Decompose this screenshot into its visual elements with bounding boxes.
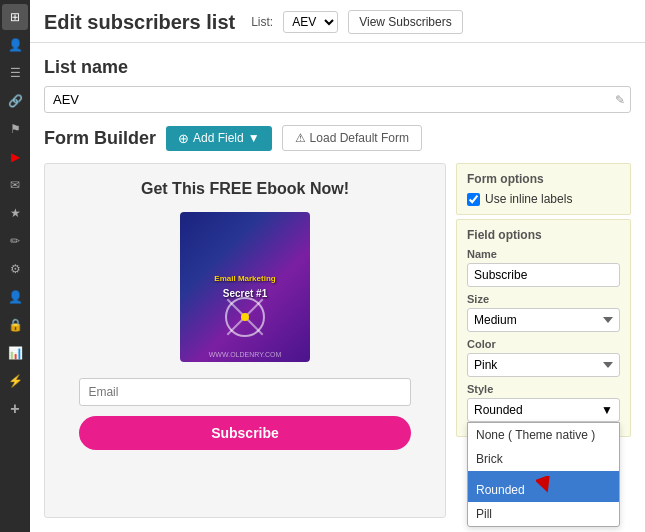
red-arrow-icon — [536, 476, 554, 494]
main-content: Edit subscribers list List: AEV View Sub… — [30, 0, 645, 532]
sidebar-icon-plug[interactable]: ⚡ — [2, 368, 28, 394]
style-option-none[interactable]: None ( Theme native ) — [468, 423, 619, 447]
style-label: Style — [467, 383, 620, 395]
style-dropdown-list: None ( Theme native ) Brick Rounded — [467, 422, 620, 527]
sidebar-icon-users[interactable]: 👤 — [2, 32, 28, 58]
sidebar-icon-flag[interactable]: ⚑ — [2, 116, 28, 142]
sidebar-icon-link[interactable]: 🔗 — [2, 88, 28, 114]
svg-marker-0 — [536, 476, 554, 494]
builder-area: Get This FREE Ebook Now! Email Marketing… — [44, 163, 631, 518]
page-title: Edit subscribers list — [44, 11, 235, 34]
sidebar-icon-edit[interactable]: ✏ — [2, 228, 28, 254]
sidebar-icon-star[interactable]: ★ — [2, 200, 28, 226]
size-label: Size — [467, 293, 620, 305]
style-selected-value: Rounded — [474, 403, 523, 417]
sidebar-icon-youtube[interactable]: ▶ — [2, 144, 28, 170]
sidebar-icon-settings[interactable]: ⚙ — [2, 256, 28, 282]
edit-pencil-icon: ✎ — [615, 93, 625, 107]
book-line1: Email Marketing — [214, 274, 275, 284]
name-label: Name — [467, 248, 620, 260]
form-options-title: Form options — [467, 172, 620, 186]
view-subscribers-button[interactable]: View Subscribers — [348, 10, 462, 34]
sidebar-icon-dashboard[interactable]: ⊞ — [2, 4, 28, 30]
field-options-section: Field options Name Size Small Medium Lar… — [456, 219, 631, 437]
atom-center — [241, 313, 249, 321]
form-preview: Get This FREE Ebook Now! Email Marketing… — [44, 163, 446, 518]
inline-labels-row: Use inline labels — [467, 192, 620, 206]
sidebar-icon-plus[interactable]: + — [2, 396, 28, 422]
list-name-input[interactable] — [44, 86, 631, 113]
book-url: WWW.OLDENRY.COM — [209, 351, 281, 358]
subscribe-preview-button[interactable]: Subscribe — [79, 416, 410, 450]
plus-circle-icon: ⊕ — [178, 131, 189, 146]
list-name-wrapper: ✎ — [44, 86, 631, 113]
content-area: List name ✎ Form Builder ⊕ Add Field ▼ ⚠… — [30, 43, 645, 532]
list-select[interactable]: AEV — [283, 11, 338, 33]
sidebar: ⊞ 👤 ☰ 🔗 ⚑ ▶ ✉ ★ ✏ ⚙ 👤 🔒 📊 ⚡ + — [0, 0, 30, 532]
selected-arrow-indicator — [536, 476, 554, 497]
size-select[interactable]: Small Medium Large — [467, 308, 620, 332]
book-decoration — [220, 292, 270, 342]
warning-icon: ⚠ — [295, 131, 306, 145]
style-option-brick[interactable]: Brick — [468, 447, 619, 471]
load-default-label: Load Default Form — [310, 131, 409, 145]
form-options-section: Form options Use inline labels — [456, 163, 631, 215]
sidebar-icon-chart[interactable]: 📊 — [2, 340, 28, 366]
name-input[interactable] — [467, 263, 620, 287]
color-select[interactable]: Blue Green Pink Red — [467, 353, 620, 377]
add-field-label: Add Field — [193, 131, 244, 145]
sidebar-icon-person[interactable]: 👤 — [2, 284, 28, 310]
dropdown-arrow-icon: ▼ — [248, 131, 260, 145]
load-default-button[interactable]: ⚠ Load Default Form — [282, 125, 422, 151]
inline-labels-checkbox[interactable] — [467, 193, 480, 206]
form-builder-header: Form Builder ⊕ Add Field ▼ ⚠ Load Defaul… — [44, 125, 631, 151]
style-select-display[interactable]: Rounded ▼ — [467, 398, 620, 422]
style-option-rounded[interactable]: Rounded — [468, 471, 619, 502]
style-option-pill[interactable]: Pill — [468, 502, 619, 526]
email-preview-input[interactable] — [79, 378, 410, 406]
field-options-title: Field options — [467, 228, 620, 242]
sidebar-icon-list[interactable]: ☰ — [2, 60, 28, 86]
sidebar-icon-lock[interactable]: 🔒 — [2, 312, 28, 338]
list-name-section-title: List name — [44, 57, 631, 78]
style-dropdown-container: Rounded ▼ None ( Theme native ) Brick Ro… — [467, 398, 620, 422]
options-panel: Form options Use inline labels Field opt… — [456, 163, 631, 518]
inline-labels-text: Use inline labels — [485, 192, 572, 206]
sidebar-icon-email[interactable]: ✉ — [2, 172, 28, 198]
book-image: Email Marketing Secret #1 WWW.OLDENRY.CO… — [180, 212, 310, 362]
color-label: Color — [467, 338, 620, 350]
preview-headline: Get This FREE Ebook Now! — [141, 180, 349, 198]
add-field-button[interactable]: ⊕ Add Field ▼ — [166, 126, 272, 151]
style-dropdown-arrow: ▼ — [601, 403, 613, 417]
list-label: List: — [251, 15, 273, 29]
page-header: Edit subscribers list List: AEV View Sub… — [30, 0, 645, 43]
form-builder-title: Form Builder — [44, 128, 156, 149]
